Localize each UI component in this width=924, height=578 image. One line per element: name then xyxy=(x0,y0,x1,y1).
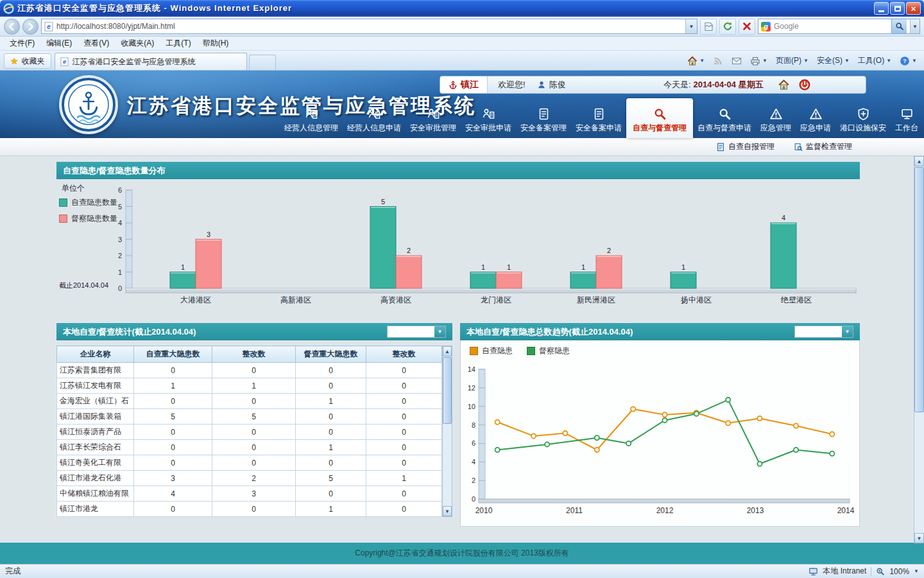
scroll-down-icon[interactable]: ▼ xyxy=(443,506,452,516)
new-tab-button[interactable] xyxy=(249,55,276,70)
col-header-3: 督查重大隐患数 xyxy=(296,346,366,363)
today-text: 今天是:2014-04-04星期五 xyxy=(663,79,764,91)
subnav-item-1[interactable]: 监督检查管理 xyxy=(794,141,852,152)
menu-item-5[interactable]: 帮助(H) xyxy=(197,37,235,50)
scroll-up-icon[interactable]: ▲ xyxy=(443,346,452,356)
table-row[interactable]: 镇江市港龙石化港3251 xyxy=(57,471,442,486)
table-row[interactable]: 金海宏业（镇江）石0010 xyxy=(57,394,442,409)
menu-item-0[interactable]: 文件(F) xyxy=(4,37,40,50)
toolbar-button-页面(P)[interactable]: 页面(P)▼ xyxy=(773,53,812,68)
back-button[interactable] xyxy=(4,19,20,35)
help-icon: ? xyxy=(900,56,910,66)
logout-icon[interactable] xyxy=(799,79,810,91)
page-favicon-icon: e xyxy=(44,22,53,31)
home-icon xyxy=(687,56,697,66)
scroll-down-icon[interactable]: ▼ xyxy=(914,533,924,543)
page-scroll-thumb[interactable] xyxy=(914,167,924,412)
print-icon[interactable]: ▼ xyxy=(747,54,771,68)
nav-item-10[interactable]: 港口设施保安 xyxy=(835,101,891,138)
table-filter-dropdown[interactable]: ▼ xyxy=(387,326,446,338)
table-row[interactable]: 中储粮镇江粮油有限4300 xyxy=(57,486,442,502)
nav-item-5[interactable]: 安全备案申请 xyxy=(571,101,626,138)
subnav-item-0[interactable]: 自查自报管理 xyxy=(716,141,774,152)
table-scrollbar[interactable]: ▲ ▼ xyxy=(442,346,452,517)
menu-item-4[interactable]: 工具(T) xyxy=(160,37,196,50)
chevron-down-icon: ▼ xyxy=(912,58,917,64)
legend-item: 自查隐患 xyxy=(470,346,513,356)
chevron-down-icon[interactable]: ▼ xyxy=(914,568,919,574)
site-banner: 江苏省港口安全监管与应急管理系统 镇江 欢迎您! 陈俊 今天是:2014-04-… xyxy=(0,71,924,138)
svg-text:8: 8 xyxy=(472,421,475,429)
search-box[interactable]: g Google ▼ xyxy=(758,19,920,34)
bar-panel-header: 自查隐患/督查隐患数量分布 xyxy=(56,162,860,179)
trend-panel-header: 本地自查/督查隐患总数趋势(截止2014.04.04) ▼ xyxy=(460,323,860,340)
search-dropdown-button[interactable]: ▼ xyxy=(910,19,920,33)
rss-icon[interactable] xyxy=(710,54,726,68)
col-header-2: 整改数 xyxy=(212,346,296,363)
compatibility-view-button[interactable] xyxy=(700,19,717,35)
status-zoom[interactable]: 100% xyxy=(889,567,909,576)
svg-text:0: 0 xyxy=(472,495,475,503)
svg-text:6: 6 xyxy=(472,439,475,447)
table-row[interactable]: 镇江恒泰沥青产品0000 xyxy=(57,425,442,440)
toolbar-button-工具(O)[interactable]: 工具(O)▼ xyxy=(855,53,894,68)
nav-item-1[interactable]: 经营人信息申请 xyxy=(343,101,406,138)
maximize-button[interactable] xyxy=(890,2,905,15)
home-icon[interactable]: ▼ xyxy=(684,54,708,68)
zoom-icon[interactable] xyxy=(876,567,885,576)
table-row[interactable]: 江苏镇江发电有限1100 xyxy=(57,378,442,394)
nav-item-11[interactable]: 工作台 xyxy=(891,101,923,138)
page-scrollbar[interactable]: ▲ ▼ xyxy=(914,156,924,543)
chevron-down-icon: ▼ xyxy=(689,24,694,30)
user-bar: 镇江 欢迎您! 陈俊 今天是:2014-04-04星期五 xyxy=(440,76,866,94)
table-row[interactable]: 镇江奇美化工有限0000 xyxy=(57,455,442,471)
minimize-button[interactable] xyxy=(874,2,889,15)
address-field[interactable]: e http://localhost:8080/yjpt/Main.html ▼ xyxy=(41,19,697,34)
table-row[interactable]: 江苏索普集团有限0000 xyxy=(57,363,442,378)
menu-item-2[interactable]: 查看(V) xyxy=(78,37,115,50)
city-badge[interactable]: 镇江 xyxy=(440,76,488,93)
table-panel-header: 本地自查/督查统计(截止2014.04.04) ▼ xyxy=(56,323,452,340)
svg-text:5: 5 xyxy=(118,203,122,211)
mail-icon[interactable] xyxy=(728,54,745,68)
legend-swatch xyxy=(470,347,478,355)
tab-favicon-icon: e xyxy=(60,57,69,66)
close-button[interactable]: × xyxy=(906,2,921,15)
trend-filter-dropdown[interactable]: ▼ xyxy=(794,326,853,338)
menu-item-3[interactable]: 收藏夹(A) xyxy=(115,37,160,50)
legend-item: 自查隐患数量 xyxy=(59,197,117,208)
intranet-zone-icon xyxy=(809,567,818,576)
nav-item-8[interactable]: 应急管理 xyxy=(756,101,796,138)
doc-icon xyxy=(593,106,605,120)
svg-text:2: 2 xyxy=(407,247,411,254)
nav-item-2[interactable]: 安全审批管理 xyxy=(406,101,461,138)
svg-text:2012: 2012 xyxy=(656,506,674,515)
svg-text:2010: 2010 xyxy=(475,506,493,515)
nav-item-7[interactable]: 自查与督查申请 xyxy=(693,101,756,138)
table-row[interactable]: 镇江市港龙0010 xyxy=(57,502,442,517)
table-row[interactable]: 镇江李长荣综合石0010 xyxy=(57,440,442,455)
table-row[interactable]: 镇江港国际集装箱5500 xyxy=(57,409,442,425)
home-shortcut-icon[interactable] xyxy=(778,79,790,91)
refresh-button[interactable] xyxy=(719,19,736,35)
legend-item: 督察隐患 xyxy=(527,346,570,356)
nav-item-3[interactable]: 安全审批申请 xyxy=(461,101,516,138)
stop-button[interactable] xyxy=(739,19,755,35)
col-header-0: 企业名称 xyxy=(57,346,134,363)
toolbar-button-安全(S)[interactable]: 安全(S)▼ xyxy=(814,53,853,68)
scroll-up-icon[interactable]: ▲ xyxy=(914,156,924,166)
help-icon[interactable]: ?▼ xyxy=(896,54,920,68)
tab-active[interactable]: e 江苏省港口安全监管与应急管理系统 xyxy=(55,53,247,70)
address-dropdown-button[interactable]: ▼ xyxy=(685,19,697,33)
favorites-button[interactable]: ★ 收藏夹 xyxy=(4,53,51,69)
nav-item-9[interactable]: 应急申请 xyxy=(796,101,835,138)
svg-text:2: 2 xyxy=(118,252,122,259)
nav-item-6[interactable]: 自查与督查管理 xyxy=(626,98,693,138)
nav-item-4[interactable]: 安全备案管理 xyxy=(516,101,571,138)
table-scroll-thumb[interactable] xyxy=(443,357,452,424)
menu-item-1[interactable]: 编辑(E) xyxy=(40,37,78,50)
search-button[interactable] xyxy=(891,19,907,33)
nav-item-0[interactable]: 经营人信息管理 xyxy=(280,101,343,138)
title-bar: 江苏省港口安全监管与应急管理系统 - Windows Internet Expl… xyxy=(0,0,924,17)
forward-button[interactable] xyxy=(22,19,38,35)
